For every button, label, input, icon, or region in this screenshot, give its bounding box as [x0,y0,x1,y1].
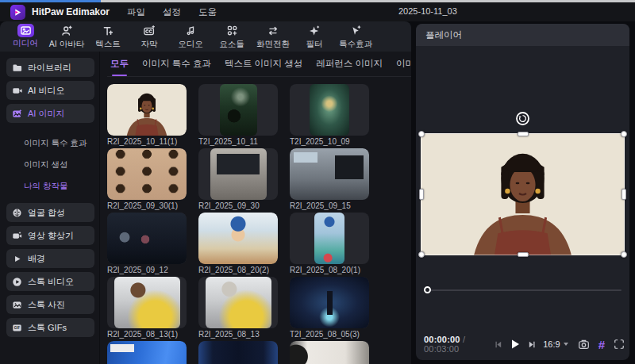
filter-icon [308,23,321,38]
app-title: HitPaw Edimakor [32,6,110,17]
media-item[interactable] [107,341,187,364]
sidebar-item-ai-video[interactable]: AI 비디오 [6,81,94,100]
content-tab-reference-image[interactable]: 레퍼런스 이미지 [316,58,383,70]
media-item-name: R2I_2025_08_20(1) [290,266,369,274]
stock-gif-icon: GIF [12,323,22,333]
current-time: 00:00:00 [424,335,460,344]
sidebar-subitem-image-generation[interactable]: 이미지 생성 [6,155,94,174]
ribbon-tab-ai-avatar[interactable]: AI 아바타 [46,21,87,52]
menu-settings[interactable]: 설정 [163,6,181,18]
thumbnail-dark-studio [107,213,187,264]
media-item-name: R2I_2025_10_11(1) [107,137,187,146]
ribbon-tab-subtitle[interactable]: 자막 [129,21,170,52]
sidebar-item-stock-photo[interactable]: 스톡 사진 [6,295,94,314]
player-header: 플레이어 [416,24,629,46]
player-panel: 플레이어 [416,24,629,360]
media-item-name: R2I_2025_09_12 [107,266,187,274]
elements-icon [226,23,238,38]
seek-bar[interactable] [424,286,622,294]
playhead[interactable] [424,286,431,293]
app-window: HitPaw Edimakor 파일 설정 도움 2025-10-11_03 미… [0,0,635,364]
ribbon-tab-text[interactable]: 텍스트 [87,21,129,52]
media-item[interactable]: R2I_2025_09_15 [290,148,369,210]
chevron-down-icon [564,343,568,346]
media-item[interactable]: R2I_2025_09_12 [107,213,187,274]
thumbnail-fantasy [310,84,349,136]
time-separator: / [463,335,465,344]
media-item[interactable] [290,341,369,364]
ribbon-tab-effects[interactable]: 특수효과 [335,21,376,52]
subtitle-icon [143,23,156,38]
library-icon [12,63,22,73]
media-item-name: R2I_2025_08_13(1) [107,330,187,339]
menubar: HitPaw Edimakor 파일 설정 도움 2025-10-11_03 [0,2,635,21]
thumbnail-jungle [220,84,257,136]
sidebar-item-stock-video[interactable]: 스톡 비디오 [6,272,94,291]
ribbon-tab-audio[interactable]: 오디오 [170,21,211,52]
sidebar-subitem-my-creations[interactable]: 나의 창작물 [6,177,94,196]
media-item-name: R2I_2025_09_30(1) [107,201,187,210]
ribbon-tab-media[interactable]: 미디어 [5,21,46,52]
previous-frame-icon[interactable] [494,340,502,349]
player-controls: 00:00:00 / 00:03:00 16:9 # [424,334,625,354]
seek-track[interactable] [424,289,622,291]
ribbon-tab-filter[interactable]: 필터 [294,21,335,52]
grid-toggle-icon[interactable]: # [598,338,605,351]
media-item[interactable]: T2I_2025_08_05(3) [290,277,369,339]
media-item[interactable]: R2I_2025_08_20(1) [290,213,369,274]
content-tabs: 모두 이미지 특수 효과 텍스트 이미지 생성 레퍼런스 이미지 이미지 스타일 [107,52,411,77]
snapshot-icon[interactable] [578,339,590,351]
play-button-icon[interactable] [510,339,521,350]
sidebar-item-background[interactable]: 배경 [6,249,94,268]
menu-help[interactable]: 도움 [198,6,217,18]
media-item[interactable]: R2I_2025_08_20(2) [198,213,278,274]
effects-icon [349,23,362,38]
content-tab-text-to-image[interactable]: 텍스트 이미지 생성 [225,58,302,70]
sidebar-item-stock-gifs[interactable]: GIF 스톡 GIFs [6,318,94,337]
player-canvas[interactable] [416,46,629,325]
media-grid: R2I_2025_10_11(1) T2I_2025_10_11 T2I_202… [107,84,411,364]
media-item[interactable]: R2I_2025_09_30(1) [107,148,187,210]
content-area: 모두 이미지 특수 효과 텍스트 이미지 생성 레퍼런스 이미지 이미지 스타일… [100,52,411,364]
transition-icon [267,23,279,38]
sidebar-item-face-swap[interactable]: 얼굴 합성 [6,203,94,222]
thumbnail-stage [290,277,369,328]
media-item[interactable]: T2I_2025_10_11 [198,84,278,146]
app-logo-icon [10,5,25,20]
media-item[interactable]: R2I_2025_09_30 [198,148,278,210]
time-display: 00:00:00 / 00:03:00 [424,335,483,354]
media-item-name: R2I_2025_09_30 [198,201,278,210]
media-item[interactable] [198,341,278,364]
media-item-name: R2I_2025_09_15 [290,201,369,210]
media-item[interactable]: T2I_2025_10_09 [290,84,369,146]
media-icon [17,24,34,37]
sidebar-subitem-image-effects[interactable]: 이미지 특수 효과 [6,134,94,153]
stock-photo-icon [12,300,22,310]
next-frame-icon[interactable] [528,340,537,349]
thumbnail-blue-stage [198,341,278,364]
total-time: 00:03:00 [424,344,459,354]
preview-image[interactable] [421,133,625,255]
left-panel: 미디어 AI 아바타 텍스트 자막 [0,21,411,364]
content-tab-image-style[interactable]: 이미지 스타일 [396,58,411,70]
sidebar-item-ai-image[interactable]: AI 이미지 [6,104,94,123]
left-body: 라이브러리 AI 비디오 AI 이미지 이미지 특수 효과 이미지 생성 나의 … [0,52,411,364]
fullscreen-icon[interactable] [614,339,625,350]
media-item-name: R2I_2025_08_13 [198,330,278,339]
ribbon-tab-elements[interactable]: 요소들 [211,21,252,52]
thumbnail-office [290,148,369,200]
media-item[interactable]: R2I_2025_08_13 [198,277,278,339]
thumbnail-cafe-girl-portrait [314,213,344,264]
media-item[interactable]: R2I_2025_10_11(1) [107,84,187,146]
face-swap-icon [12,208,22,218]
rotate-handle-icon[interactable] [515,111,530,126]
content-tab-all[interactable]: 모두 [110,58,129,70]
ribbon-tab-transition[interactable]: 화면전환 [252,21,294,52]
media-item[interactable]: R2I_2025_08_13(1) [107,277,187,339]
content-tab-image-effects[interactable]: 이미지 특수 효과 [142,58,211,70]
sidebar-item-video-enhancer[interactable]: 영상 향상기 [6,226,94,245]
aspect-ratio-dropdown[interactable]: 16:9 [543,339,568,349]
menu-file[interactable]: 파일 [127,6,145,18]
sidebar-item-library[interactable]: 라이브러리 [6,58,94,77]
aspect-ratio-value: 16:9 [543,339,560,349]
